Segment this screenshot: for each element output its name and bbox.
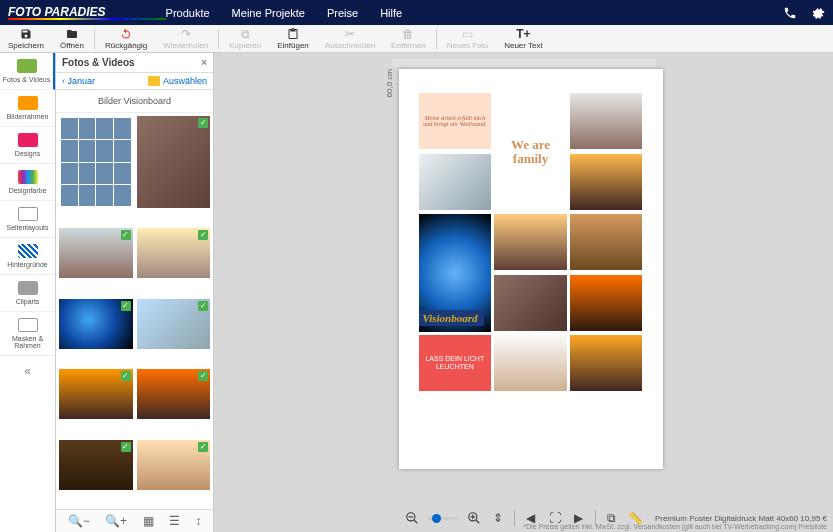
zoom-in-button[interactable] <box>466 510 482 526</box>
cell-text-family[interactable]: We are family <box>494 93 567 211</box>
delete-icon: 🗑 <box>402 28 414 40</box>
settings-icon[interactable] <box>811 6 825 20</box>
sidebar-backgrounds[interactable]: Hintergründe <box>0 238 55 275</box>
folder-title: Bilder Visionboard <box>56 90 213 113</box>
copy-icon: ⧉ <box>241 28 250 40</box>
cell-hike[interactable] <box>570 93 643 149</box>
photos-icon <box>17 59 37 73</box>
main-nav: Produkte Meine Projekte Preise Hilfe <box>166 7 403 19</box>
thumb-lion[interactable]: ✓ <box>137 116 211 208</box>
nav-produkte[interactable]: Produkte <box>166 7 210 19</box>
thumb-collage[interactable] <box>59 116 133 208</box>
back-button[interactable]: ‹ Januar <box>62 76 95 86</box>
save-button[interactable]: Speichern <box>0 25 52 52</box>
undo-icon <box>119 28 133 40</box>
new-text-button[interactable]: T+ Neuer Text <box>496 25 551 52</box>
copy-button: ⧉ Kopieren <box>221 25 269 52</box>
thumb-silhouette[interactable]: ✓ <box>59 369 133 419</box>
thumb-crowd[interactable]: ✓ <box>137 369 211 419</box>
cell-lion[interactable] <box>494 275 567 331</box>
cell-crowd[interactable] <box>570 275 643 331</box>
cell-coffee[interactable] <box>570 214 643 270</box>
visionboard-label[interactable]: Visionboard <box>419 310 484 326</box>
canvas-area: 60,0 cm Meine Arbeit erfüllt mich und br… <box>214 53 833 532</box>
new-photo-icon: ▭ <box>462 28 473 40</box>
cell-text-arbeit[interactable]: Meine Arbeit erfüllt mich und bringt mir… <box>419 93 492 149</box>
layouts-icon <box>18 207 38 221</box>
nav-preise[interactable]: Preise <box>327 7 358 19</box>
designs-icon <box>18 133 38 147</box>
sidebar-designs[interactable]: Designs <box>0 127 55 164</box>
close-icon[interactable]: × <box>201 57 207 68</box>
thumb-office[interactable]: ✓ <box>137 299 211 349</box>
cell-globe[interactable]: Visionboard <box>419 214 492 332</box>
nav-hilfe[interactable]: Hilfe <box>380 7 402 19</box>
sidebar-cliparts[interactable]: Cliparts <box>0 275 55 312</box>
paste-button[interactable]: Einfügen <box>269 25 317 52</box>
phone-icon[interactable] <box>783 6 797 20</box>
paste-icon <box>286 28 300 40</box>
backgrounds-icon <box>18 244 38 258</box>
new-photo-button: ▭ Neues Foto <box>439 25 496 52</box>
save-icon <box>19 28 33 40</box>
cell-silhouette-jump[interactable] <box>494 214 567 270</box>
cliparts-icon <box>18 281 38 295</box>
left-sidebar: Fotos & Videos Bilderrahmen Designs Desi… <box>0 53 56 532</box>
sidebar-masks[interactable]: Masken & Rahmen <box>0 312 55 356</box>
toolbar: Speichern Öffnen Rückgängig ↷ Wiederhole… <box>0 25 833 53</box>
thumbnail-grid: ✓ ✓ ✓ ✓ ✓ ✓ ✓ ✓ ✓ <box>56 113 213 509</box>
open-icon <box>65 28 79 40</box>
zoom-in-icon[interactable]: 🔍+ <box>105 514 127 528</box>
cut-icon: ✂ <box>345 28 355 40</box>
cell-office[interactable] <box>419 154 492 210</box>
redo-button: ↷ Wiederholen <box>155 25 216 52</box>
poster-page[interactable]: Meine Arbeit erfüllt mich und bringt mir… <box>399 69 663 469</box>
new-text-icon: T+ <box>516 28 530 40</box>
product-info: Premium Poster Digitaldruck Matt 40x60 1… <box>523 514 827 523</box>
color-icon <box>18 170 38 184</box>
undo-button[interactable]: Rückgängig <box>97 25 155 52</box>
thumb-globe[interactable]: ✓ <box>59 299 133 349</box>
grid-view-icon[interactable]: ▦ <box>143 514 154 528</box>
sidebar-frames[interactable]: Bilderrahmen <box>0 90 55 127</box>
masks-icon <box>18 318 38 332</box>
sidebar-layouts[interactable]: Seitenlayouts <box>0 201 55 238</box>
sidebar-photos[interactable]: Fotos & Videos <box>0 53 55 90</box>
status-bar: Premium Poster Digitaldruck Matt 40x60 1… <box>521 512 829 532</box>
sort-icon[interactable]: ↕ <box>195 514 201 528</box>
price-note: *Die Preise gelten inkl. MwSt. zzgl. Ver… <box>523 523 827 530</box>
delete-button: 🗑 Entfernen <box>383 25 434 52</box>
nav-projekte[interactable]: Meine Projekte <box>232 7 305 19</box>
svg-line-1 <box>413 520 417 524</box>
thumb-concert2[interactable]: ✓ <box>59 440 133 490</box>
cut-button: ✂ Ausschneiden <box>317 25 383 52</box>
frames-icon <box>18 96 38 110</box>
panel-footer: 🔍− 🔍+ ▦ ☰ ↕ <box>56 509 213 532</box>
sidebar-color[interactable]: Designfarbe <box>0 164 55 201</box>
collapse-sidebar-icon[interactable]: « <box>0 356 55 386</box>
ruler-horizontal <box>392 59 656 67</box>
app-header: FOTO PARADIES Produkte Meine Projekte Pr… <box>0 0 833 25</box>
logo: FOTO PARADIES <box>8 5 166 20</box>
thumb-yoga[interactable]: ✓ <box>137 440 211 490</box>
redo-icon: ↷ <box>181 28 191 40</box>
assets-panel: Fotos & Videos × ‹ Januar Auswählen Bild… <box>56 53 214 532</box>
zoom-slider[interactable] <box>428 517 458 520</box>
folder-icon <box>148 76 160 86</box>
ruler-vertical: 60,0 cm <box>385 69 393 97</box>
panel-title: Fotos & Videos <box>62 57 135 68</box>
thumb-hike[interactable]: ✓ <box>59 228 133 278</box>
list-view-icon[interactable]: ☰ <box>169 514 180 528</box>
svg-line-4 <box>475 520 479 524</box>
open-button[interactable]: Öffnen <box>52 25 92 52</box>
cell-text-licht[interactable]: LASS DEIN LICHT LEUCHTEN <box>419 335 492 391</box>
select-folder-button[interactable]: Auswählen <box>148 76 207 86</box>
zoom-out-icon[interactable]: 🔍− <box>68 514 90 528</box>
zoom-out-button[interactable] <box>404 510 420 526</box>
thumb-water[interactable]: ✓ <box>137 228 211 278</box>
cell-yoga[interactable] <box>494 335 567 391</box>
fit-height-icon[interactable]: ⇕ <box>490 510 506 526</box>
cell-sunset[interactable] <box>570 154 643 210</box>
cell-concert[interactable] <box>570 335 643 391</box>
